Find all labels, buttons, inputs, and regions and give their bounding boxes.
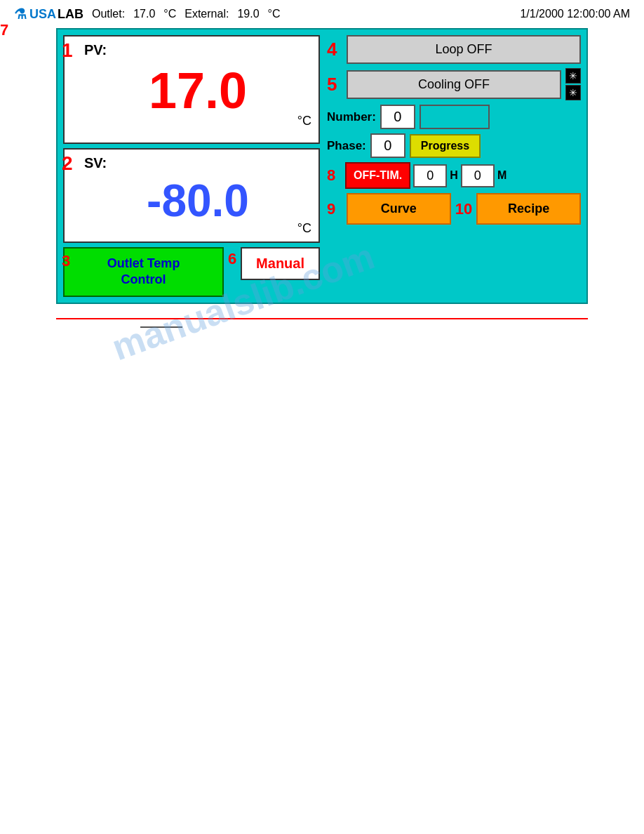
phase-label: Phase: [327,139,366,153]
timer-number: 8 [327,166,342,185]
recipe-number: 10 [455,200,472,218]
right-column: 4 Loop OFF 5 Cooling OFF ✳ ✳ [324,35,581,297]
snowflake-top: ✳ [565,68,581,84]
minutes-unit: M [497,169,507,182]
hours-input[interactable] [413,164,447,187]
pv-box: 1 PV: 17.0 °C [63,35,320,144]
cooling-number: 5 [327,74,342,95]
outlet-number: 3 [62,251,70,272]
manual-number: 6 [228,250,236,268]
main-panel: 1 PV: 17.0 °C 2 SV: -80.0 °C 3 Outlet [56,28,588,304]
timer-row: 8 OFF-TIM. H M [327,162,581,189]
recipe-label: Recipe [508,201,549,216]
phase-input[interactable] [370,133,405,158]
small-line-1 [140,326,182,328]
header: ⚗ USALAB Outlet: 17.0 °C External: 19.0 … [0,0,644,28]
separator-line [56,318,588,319]
bottom-row: 3 Outlet Temp Control 6 Manual [63,247,320,297]
snowflake-box: ✳ ✳ [565,68,581,100]
curve-button[interactable]: Curve [347,193,451,225]
sv-label: SV: [84,155,107,171]
offtim-label: OFF-TIM. [354,169,402,181]
cooling-row: 5 Cooling OFF ✳ ✳ [327,68,581,100]
outlet-value: 17.0 [133,8,155,20]
curve-number: 9 [327,200,342,218]
pv-label: PV: [84,42,107,58]
outlet-unit: °C [163,8,176,20]
progress-button[interactable]: Progress [410,134,481,158]
cooling-button[interactable]: Cooling OFF [347,70,561,99]
outlet-control-button[interactable]: 3 Outlet Temp Control [63,247,224,297]
sv-box: 2 SV: -80.0 °C [63,148,320,243]
bottom-lines [56,326,588,328]
manual-label: Manual [256,256,304,271]
cooling-label: Cooling OFF [418,77,490,91]
number-input-wide[interactable] [420,105,490,129]
number-row: Number: 7 [327,105,581,129]
outlet-label-line1: Outlet Temp [107,256,180,270]
logo: ⚗ USALAB [14,6,83,22]
manual-button[interactable]: Manual [241,247,320,280]
logo-lab: LAB [58,7,83,22]
offtim-button[interactable]: OFF-TIM. [345,162,410,189]
hours-unit: H [450,169,458,182]
curve-recipe-row: 9 Curve 10 Recipe [327,193,581,225]
external-label: External: [185,8,229,20]
minutes-input[interactable] [461,164,495,187]
loop-number: 4 [327,39,342,60]
number-label: Number: [327,110,376,124]
snowflake-bottom: ✳ [565,85,581,100]
recipe-button[interactable]: Recipe [476,193,581,225]
datetime: 1/1/2000 12:00:00 AM [520,8,630,20]
logo-icon: ⚗ [14,6,27,22]
loop-row: 4 Loop OFF [327,35,581,64]
curve-label: Curve [381,201,417,216]
progress-label: Progress [421,140,469,152]
phase-row: Phase: Progress [327,133,581,158]
logo-usa: USA [29,7,56,22]
sv-number: 2 [62,152,73,175]
number-input[interactable] [380,105,415,129]
outlet-label: Outlet: [92,8,125,20]
loop-label: Loop OFF [435,42,492,56]
external-unit: °C [268,8,281,20]
loop-button[interactable]: Loop OFF [347,35,581,64]
pv-value: 17.0 [84,62,311,119]
external-value: 19.0 [237,8,259,20]
left-column: 1 PV: 17.0 °C 2 SV: -80.0 °C 3 Outlet [63,35,320,297]
pv-number: 1 [62,39,73,62]
number-section-badge: 7 [0,21,15,39]
outlet-label-line2: Control [121,272,166,286]
sv-value: -80.0 [84,175,311,227]
